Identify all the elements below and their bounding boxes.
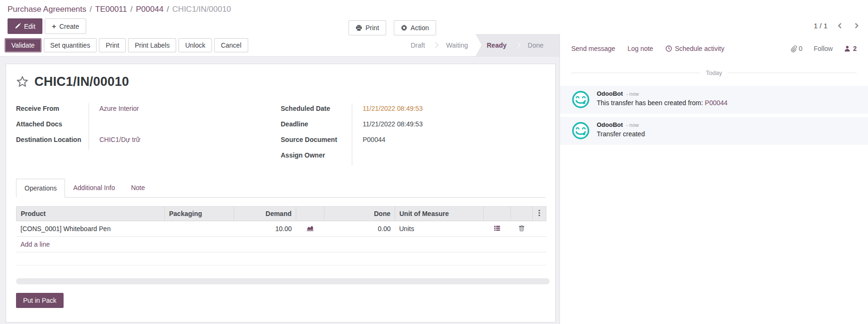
message-author[interactable]: OdooBot xyxy=(597,90,623,97)
field-value-deadline[interactable]: 11/21/2022 08:49:53 xyxy=(352,119,422,128)
put-in-pack-button[interactable]: Put in Pack xyxy=(16,293,64,308)
status-pipeline: Draft Waiting Ready Done xyxy=(403,34,560,56)
unlock-button[interactable]: Unlock xyxy=(178,38,212,52)
statusbar: Validate Set quantities Print Print Labe… xyxy=(0,34,560,57)
print-button[interactable]: Print xyxy=(99,38,126,52)
column-header-forecast xyxy=(296,207,324,221)
breadcrumb-purchase-agreements[interactable]: Purchase Agreements xyxy=(8,5,86,14)
column-header-demand[interactable]: Demand xyxy=(234,207,296,221)
notebook-tabs: Operations Additional Info Note xyxy=(16,178,545,198)
kebab-menu-icon xyxy=(538,209,540,216)
followers-button[interactable]: 2 xyxy=(844,45,857,52)
chatter-message[interactable]: OdooBot - now Transfer created xyxy=(560,117,868,145)
horizontal-scrollbar[interactable] xyxy=(16,278,550,284)
attachments-count: 0 xyxy=(799,45,803,52)
chevron-separator-icon xyxy=(432,42,438,48)
column-header-packaging[interactable]: Packaging xyxy=(165,207,234,221)
field-value-assign-owner[interactable] xyxy=(352,150,363,151)
top-control-panel: Purchase Agreements/TE00011/P00044/CHIC1… xyxy=(0,0,868,34)
chevron-separator-icon xyxy=(514,42,520,48)
action-menu-button[interactable]: Action xyxy=(394,20,436,35)
print-labels-button[interactable]: Print Labels xyxy=(128,38,176,52)
gear-icon xyxy=(401,25,407,31)
plus-icon: + xyxy=(52,23,56,30)
tab-operations[interactable]: Operations xyxy=(16,179,65,198)
column-header-detailed-operations xyxy=(484,207,511,221)
column-header-done[interactable]: Done xyxy=(324,207,395,221)
schedule-activity-button[interactable]: Schedule activity xyxy=(665,45,724,52)
pager-next-icon[interactable] xyxy=(853,23,860,29)
date-divider: Today xyxy=(571,69,857,76)
pager-counter: 1 / 1 xyxy=(814,22,827,30)
person-icon xyxy=(844,45,851,52)
create-button[interactable]: + Create xyxy=(45,18,86,34)
pencil-icon xyxy=(15,23,21,29)
field-value-receive-from: Azure Interior xyxy=(89,103,139,112)
breadcrumb-p00044[interactable]: P00044 xyxy=(136,5,163,14)
operations-table: Product Packaging Demand Done Unit of Me… xyxy=(16,206,546,266)
cell-done[interactable]: 0.00 xyxy=(324,221,395,237)
cell-product[interactable]: [CONS_0001] Whiteboard Pen xyxy=(16,221,165,237)
chatter-panel: Send message Log note Schedule activity … xyxy=(560,34,868,324)
message-timestamp: - now xyxy=(626,91,639,97)
optional-columns-button[interactable] xyxy=(533,207,546,221)
cancel-button[interactable]: Cancel xyxy=(214,38,248,52)
column-header-delete xyxy=(511,207,533,221)
field-label-source-document: Source Document xyxy=(281,134,352,150)
field-label-attached-docs: Attached Docs xyxy=(16,119,89,134)
attachments-button[interactable]: 0 xyxy=(790,45,803,52)
field-label-deadline: Deadline xyxy=(281,119,352,134)
record-title: CHIC1/IN/00010 xyxy=(34,75,129,89)
field-value-source-document[interactable]: P00044 xyxy=(352,134,385,143)
pager-previous-icon[interactable] xyxy=(837,23,843,29)
edit-button[interactable]: Edit xyxy=(8,18,42,34)
print-menu-button[interactable]: Print xyxy=(349,20,386,35)
field-label-receive-from: Receive From xyxy=(16,103,89,119)
breadcrumb-te00011[interactable]: TE00011 xyxy=(95,5,127,14)
field-value-scheduled-date[interactable]: 11/21/2022 08:49:53 xyxy=(352,103,422,112)
cell-demand[interactable]: 10.00 xyxy=(234,221,296,237)
clock-icon xyxy=(665,45,672,52)
cell-uom[interactable]: Units xyxy=(395,221,484,237)
detailed-operations-icon[interactable] xyxy=(494,225,501,232)
field-label-scheduled-date: Scheduled Date xyxy=(281,103,352,119)
breadcrumb-current: CHIC1/IN/00010 xyxy=(172,5,231,14)
message-body: Transfer created xyxy=(597,130,645,138)
paperclip-icon xyxy=(790,45,797,52)
forecast-chart-icon[interactable] xyxy=(307,225,314,232)
tab-note[interactable]: Note xyxy=(123,179,153,198)
message-record-link[interactable]: P00044 xyxy=(705,99,728,107)
odoobot-avatar xyxy=(571,121,590,140)
status-step-draft[interactable]: Draft xyxy=(403,34,432,56)
message-body: This transfer has been created from: P00… xyxy=(597,99,728,107)
favorite-star-icon[interactable] xyxy=(16,75,29,88)
follow-button[interactable]: Follow xyxy=(814,45,833,52)
send-message-button[interactable]: Send message xyxy=(571,45,615,52)
printer-icon xyxy=(356,25,362,31)
status-step-waiting[interactable]: Waiting xyxy=(438,34,475,56)
message-author[interactable]: OdooBot xyxy=(597,121,623,128)
field-value-attached-docs[interactable] xyxy=(89,119,99,120)
form-sheet: CHIC1/IN/00010 Receive From Azure Interi… xyxy=(6,64,556,323)
status-step-ready[interactable]: Ready xyxy=(479,34,514,56)
column-header-product[interactable]: Product xyxy=(16,207,165,221)
validate-button[interactable]: Validate xyxy=(5,38,41,52)
log-note-button[interactable]: Log note xyxy=(627,45,653,52)
field-value-destination-location: CHIC1/Dự trữ xyxy=(89,134,140,143)
add-a-line-link[interactable]: Add a line xyxy=(21,241,50,248)
delete-row-icon[interactable] xyxy=(519,225,525,232)
field-label-assign-owner: Assign Owner xyxy=(281,150,352,166)
chatter-message[interactable]: OdooBot - now This transfer has been cre… xyxy=(560,86,868,114)
breadcrumb: Purchase Agreements/TE00011/P00044/CHIC1… xyxy=(8,5,860,14)
column-header-uom[interactable]: Unit of Measure xyxy=(395,207,484,221)
table-row[interactable]: [CONS_0001] Whiteboard Pen 10.00 0.00 Un… xyxy=(16,221,546,237)
message-timestamp: - now xyxy=(626,122,639,128)
tab-additional-info[interactable]: Additional Info xyxy=(65,179,123,198)
set-quantities-button[interactable]: Set quantities xyxy=(44,38,97,52)
field-label-destination-location: Destination Location xyxy=(16,134,89,150)
cell-packaging[interactable] xyxy=(165,221,234,237)
odoobot-avatar xyxy=(571,90,590,109)
followers-count: 2 xyxy=(853,45,857,52)
status-step-done[interactable]: Done xyxy=(520,34,560,56)
